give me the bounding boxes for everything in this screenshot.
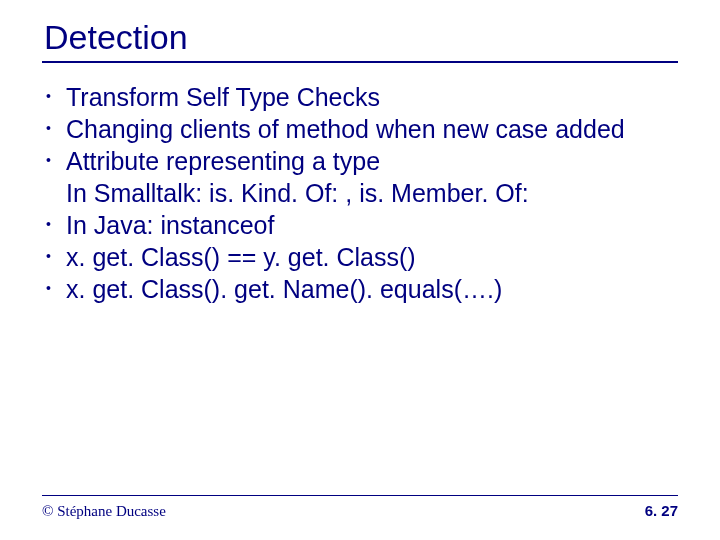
bullet-list: Transform Self Type Checks Changing clie… (42, 81, 678, 305)
title-divider (42, 61, 678, 63)
slide: Detection Transform Self Type Checks Cha… (0, 0, 720, 540)
list-item: In Java: instanceof (42, 209, 678, 241)
list-item: Changing clients of method when new case… (42, 113, 678, 145)
list-item: x. get. Class() == y. get. Class() (42, 241, 678, 273)
page-number: 6. 27 (645, 502, 678, 519)
slide-title: Detection (44, 18, 678, 57)
copyright-text: © Stéphane Ducasse (42, 503, 166, 520)
list-item: x. get. Class(). get. Name(). equals(….) (42, 273, 678, 305)
footer-divider (42, 495, 678, 496)
list-item: Attribute representing a typeIn Smalltal… (42, 145, 678, 209)
list-item: Transform Self Type Checks (42, 81, 678, 113)
footer: © Stéphane Ducasse 6. 27 (42, 495, 678, 520)
footer-row: © Stéphane Ducasse 6. 27 (42, 502, 678, 520)
